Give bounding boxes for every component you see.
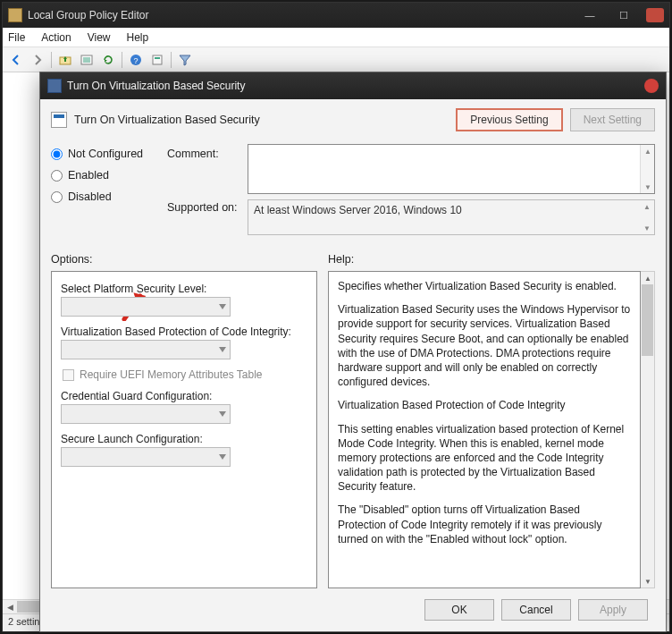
scroll-thumb[interactable] bbox=[642, 284, 653, 356]
cancel-button[interactable]: Cancel bbox=[501, 599, 571, 621]
refresh-icon[interactable] bbox=[98, 50, 118, 70]
folder-up-icon[interactable] bbox=[55, 50, 75, 70]
list-icon[interactable] bbox=[77, 50, 97, 70]
scroll-down-icon[interactable]: ▼ bbox=[641, 181, 655, 193]
parent-titlebar[interactable]: Local Group Policy Editor — ☐ bbox=[3, 3, 669, 28]
toolbar: ? bbox=[3, 47, 669, 72]
radio-enabled-input[interactable] bbox=[51, 170, 63, 182]
svg-text:?: ? bbox=[133, 56, 138, 65]
opt-credguard-combo[interactable] bbox=[61, 404, 231, 424]
svg-rect-7 bbox=[153, 55, 162, 64]
help-p2: Virtualization Based Security uses the W… bbox=[338, 302, 631, 389]
radio-enabled-label: Enabled bbox=[68, 169, 109, 182]
policy-header-title: Turn On Virtualization Based Security bbox=[74, 114, 456, 126]
policy-header-icon bbox=[51, 112, 67, 128]
supported-text: At least Windows Server 2016, Windows 10 bbox=[254, 204, 462, 216]
opt-vbp-combo[interactable] bbox=[61, 340, 231, 359]
dialog-titlebar[interactable]: Turn On Virtualization Based Security bbox=[40, 72, 666, 99]
apply-button[interactable]: Apply bbox=[578, 599, 648, 621]
checkbox-icon[interactable] bbox=[63, 369, 74, 381]
radio-not-configured[interactable]: Not Configured bbox=[51, 148, 167, 160]
filter-icon[interactable] bbox=[175, 50, 195, 70]
policy-dialog: Turn On Virtualization Based Security Tu… bbox=[39, 72, 667, 632]
scroll-left-icon[interactable]: ◀ bbox=[3, 600, 17, 614]
scroll-up-icon[interactable]: ▲ bbox=[641, 272, 655, 284]
forward-button[interactable] bbox=[28, 50, 47, 70]
menu-action[interactable]: Action bbox=[41, 31, 71, 44]
opt-platform-combo[interactable] bbox=[61, 297, 231, 317]
opt-uefi-check[interactable]: Require UEFI Memory Attributes Table bbox=[63, 368, 307, 381]
help-p4: This setting enables virtualization base… bbox=[338, 422, 631, 495]
scroll-down-icon[interactable]: ▼ bbox=[640, 222, 654, 234]
help-p1: Specifies whether Virtualization Based S… bbox=[338, 279, 631, 293]
opt-platform-label: Select Platform Security Level: bbox=[61, 283, 307, 295]
help-label: Help: bbox=[328, 253, 354, 266]
radio-disabled[interactable]: Disabled bbox=[51, 190, 167, 203]
radio-disabled-input[interactable] bbox=[51, 191, 63, 203]
help-scrollbar[interactable]: ▲ ▼ bbox=[641, 271, 655, 588]
back-button[interactable] bbox=[6, 50, 26, 70]
minimize-button[interactable]: — bbox=[573, 6, 607, 24]
help-icon[interactable]: ? bbox=[126, 50, 146, 70]
parent-title: Local Group Policy Editor bbox=[28, 9, 148, 21]
properties-icon[interactable] bbox=[147, 50, 167, 70]
maximize-button[interactable]: ☐ bbox=[607, 6, 641, 24]
scroll-down-icon[interactable]: ▼ bbox=[641, 575, 655, 588]
gpedit-icon bbox=[8, 8, 22, 22]
dialog-title: Turn On Virtualization Based Security bbox=[67, 80, 245, 92]
scroll-thumb[interactable] bbox=[17, 601, 42, 613]
radio-disabled-label: Disabled bbox=[68, 190, 112, 203]
opt-credguard-label: Credential Guard Configuration: bbox=[61, 390, 307, 402]
supported-label: Supported on: bbox=[167, 196, 248, 214]
menu-help[interactable]: Help bbox=[127, 31, 149, 44]
comment-label: Comment: bbox=[167, 144, 248, 196]
menubar: File Action View Help bbox=[3, 28, 669, 47]
help-p5: The "Disabled" option turns off Virtuali… bbox=[338, 503, 631, 546]
menu-file[interactable]: File bbox=[8, 31, 25, 44]
policy-icon bbox=[47, 79, 62, 93]
close-button[interactable] bbox=[646, 8, 664, 22]
options-label: Options: bbox=[51, 253, 328, 266]
next-setting-button[interactable]: Next Setting bbox=[570, 108, 655, 131]
opt-securelaunch-label: Secure Launch Configuration: bbox=[61, 433, 307, 445]
help-p3: Virtualization Based Protection of Code … bbox=[338, 398, 631, 412]
dialog-close-button[interactable] bbox=[644, 79, 659, 93]
radio-not-configured-label: Not Configured bbox=[68, 148, 143, 160]
options-panel: Select Platform Security Level: Virtuali… bbox=[51, 271, 317, 588]
scroll-up-icon[interactable]: ▲ bbox=[640, 200, 654, 213]
ok-button[interactable]: OK bbox=[424, 599, 494, 621]
comment-scrollbar[interactable]: ▲▼ bbox=[640, 145, 654, 193]
opt-vbp-label: Virtualization Based Protection of Code … bbox=[61, 325, 307, 338]
previous-setting-button[interactable]: Previous Setting bbox=[456, 108, 562, 131]
opt-securelaunch-combo[interactable] bbox=[61, 447, 231, 467]
radio-not-configured-input[interactable] bbox=[51, 148, 63, 160]
supported-scrollbar[interactable]: ▲▼ bbox=[640, 200, 654, 234]
svg-rect-8 bbox=[155, 57, 160, 59]
scroll-up-icon[interactable]: ▲ bbox=[641, 145, 655, 157]
help-panel: Specifies whether Virtualization Based S… bbox=[328, 271, 641, 588]
comment-field[interactable]: ▲▼ bbox=[248, 144, 655, 194]
menu-view[interactable]: View bbox=[88, 31, 111, 44]
radio-enabled[interactable]: Enabled bbox=[51, 169, 167, 182]
opt-uefi-label: Require UEFI Memory Attributes Table bbox=[80, 368, 263, 381]
supported-field: At least Windows Server 2016, Windows 10… bbox=[248, 199, 655, 235]
